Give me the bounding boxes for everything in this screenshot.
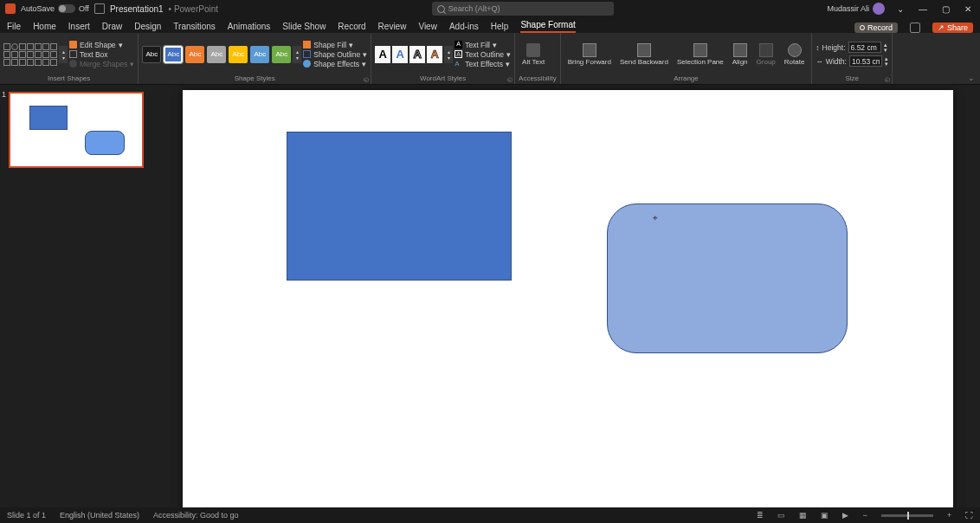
- size-launcher[interactable]: ◵: [885, 76, 890, 83]
- wordart-gallery[interactable]: A A A A: [375, 46, 442, 63]
- width-icon: ↔: [816, 57, 823, 66]
- text-fill-icon: A: [455, 41, 462, 48]
- tab-design[interactable]: Design: [134, 22, 161, 33]
- tab-slide-show[interactable]: Slide Show: [282, 22, 326, 33]
- shape-outline-button[interactable]: Shape Outline ▾: [303, 50, 367, 59]
- zoom-in-button[interactable]: +: [947, 511, 951, 520]
- style-swatch-gray[interactable]: Abc: [207, 46, 226, 63]
- autosave-toggle[interactable]: AutoSave Off: [21, 4, 89, 13]
- thumbnail-preview[interactable]: [9, 92, 144, 168]
- thumb-shape-rounded-rectangle: [85, 131, 125, 155]
- shape-rectangle[interactable]: [287, 132, 512, 281]
- slide-thumbnail-1[interactable]: 1: [9, 92, 147, 168]
- wordart-style-4[interactable]: A: [427, 46, 442, 63]
- comments-icon[interactable]: [910, 23, 920, 33]
- share-button[interactable]: ↗Share: [932, 23, 973, 33]
- text-box-button[interactable]: Text Box: [69, 50, 134, 59]
- share-icon: ↗: [938, 23, 945, 32]
- tab-animations[interactable]: Animations: [228, 22, 270, 33]
- toggle-off-icon[interactable]: [58, 4, 75, 13]
- maximize-button[interactable]: ▢: [938, 2, 952, 16]
- send-backward-button[interactable]: Send Backward: [616, 42, 672, 68]
- text-box-icon: [69, 50, 77, 58]
- style-swatch-green[interactable]: Abc: [272, 46, 291, 63]
- tab-file[interactable]: File: [7, 22, 21, 33]
- wordart-style-1[interactable]: A: [375, 46, 390, 63]
- wordart-gallery-more[interactable]: ▴▾: [444, 46, 453, 63]
- wordart-style-2[interactable]: A: [392, 46, 408, 63]
- width-stepper[interactable]: ▴▾: [885, 56, 888, 67]
- document-title[interactable]: Presentation1: [110, 4, 164, 14]
- tab-transitions[interactable]: Transitions: [173, 22, 216, 33]
- minimize-button[interactable]: —: [916, 2, 930, 16]
- close-button[interactable]: ✕: [961, 2, 975, 16]
- tab-insert[interactable]: Insert: [68, 22, 90, 33]
- tab-home[interactable]: Home: [33, 22, 56, 33]
- zoom-slider[interactable]: [881, 514, 933, 517]
- slide[interactable]: ⌖: [183, 90, 953, 507]
- style-swatch-black[interactable]: Abc: [142, 46, 161, 63]
- slide-thumbnail-panel[interactable]: 1: [0, 85, 156, 507]
- selection-pane-button[interactable]: Selection Pane: [674, 42, 727, 68]
- fill-icon: [303, 41, 311, 48]
- shapes-gallery[interactable]: [3, 43, 57, 66]
- align-button[interactable]: Align: [729, 42, 751, 68]
- shape-style-gallery[interactable]: Abc Abc Abc Abc Abc Abc Abc: [142, 46, 291, 63]
- save-icon[interactable]: [94, 3, 105, 14]
- fit-to-window-button[interactable]: ⛶: [965, 511, 973, 520]
- style-swatch-orange[interactable]: Abc: [185, 46, 204, 63]
- view-normal-button[interactable]: ▭: [777, 511, 785, 520]
- user-account[interactable]: Mudassir Ali: [827, 3, 885, 15]
- tab-addins[interactable]: Add-ins: [449, 22, 479, 33]
- height-stepper[interactable]: ▴▾: [884, 42, 887, 53]
- view-sorter-button[interactable]: ▦: [799, 511, 807, 520]
- slide-canvas-area[interactable]: ⌖: [156, 85, 980, 507]
- group-label-size: Size: [816, 74, 888, 82]
- shape-styles-launcher[interactable]: ◵: [364, 76, 369, 83]
- group-icon: [759, 43, 773, 57]
- record-button[interactable]: Record: [854, 23, 898, 33]
- view-slideshow-button[interactable]: ▶: [842, 511, 848, 520]
- group-label-shape-styles: Shape Styles: [142, 74, 367, 82]
- tab-view[interactable]: View: [418, 22, 437, 33]
- cursor-icon: ⌖: [653, 213, 658, 223]
- shape-fill-button[interactable]: Shape Fill ▾: [303, 41, 367, 49]
- shape-rounded-rectangle[interactable]: [607, 203, 848, 353]
- edit-shape-button[interactable]: Edit Shape ▾: [69, 41, 134, 49]
- tab-shape-format[interactable]: Shape Format: [520, 20, 575, 33]
- alt-text-button[interactable]: Alt Text: [519, 42, 548, 68]
- tab-review[interactable]: Review: [378, 22, 407, 33]
- group-button[interactable]: Group: [753, 42, 779, 68]
- collapse-ribbon-button[interactable]: ⌄: [968, 74, 975, 82]
- status-slide-info[interactable]: Slide 1 of 1: [7, 511, 46, 520]
- shape-effects-button[interactable]: Shape Effects ▾: [303, 60, 367, 68]
- style-swatch-blue-selected[interactable]: Abc: [164, 46, 183, 63]
- tab-draw[interactable]: Draw: [102, 22, 122, 33]
- rotate-button[interactable]: Rotate: [781, 42, 809, 68]
- group-wordart-styles: A A A A ▴▾ AText Fill ▾ AText Outline ▾ …: [371, 33, 515, 84]
- group-arrange: Bring Forward Send Backward Selection Pa…: [561, 33, 813, 84]
- status-language[interactable]: English (United States): [60, 511, 139, 520]
- autosave-label: AutoSave: [21, 4, 55, 13]
- shapes-gallery-more[interactable]: ▴▾: [59, 46, 68, 63]
- wordart-launcher[interactable]: ◵: [507, 76, 513, 83]
- status-accessibility[interactable]: Accessibility: Good to go: [153, 511, 239, 520]
- text-fill-button[interactable]: AText Fill ▾: [455, 41, 511, 49]
- style-gallery-more[interactable]: ▴▾: [293, 46, 301, 63]
- view-reading-button[interactable]: ▣: [821, 511, 828, 520]
- style-swatch-lightblue[interactable]: Abc: [250, 46, 269, 63]
- zoom-out-button[interactable]: −: [862, 511, 867, 520]
- notes-button[interactable]: ≣: [757, 511, 764, 520]
- tab-record[interactable]: Record: [338, 22, 365, 33]
- width-input[interactable]: [849, 55, 882, 67]
- wordart-style-3[interactable]: A: [409, 46, 425, 63]
- text-effects-button[interactable]: AText Effects ▾: [455, 60, 511, 68]
- text-outline-button[interactable]: AText Outline ▾: [455, 50, 511, 59]
- height-input[interactable]: [848, 42, 881, 53]
- tab-help[interactable]: Help: [491, 22, 509, 33]
- search-input[interactable]: Search (Alt+Q): [432, 2, 614, 16]
- ribbon-display-options[interactable]: ⌄: [893, 2, 907, 16]
- style-swatch-yellow[interactable]: Abc: [229, 46, 248, 63]
- bring-forward-button[interactable]: Bring Forward: [564, 42, 615, 68]
- merge-shapes-button[interactable]: Merge Shapes ▾: [69, 60, 134, 68]
